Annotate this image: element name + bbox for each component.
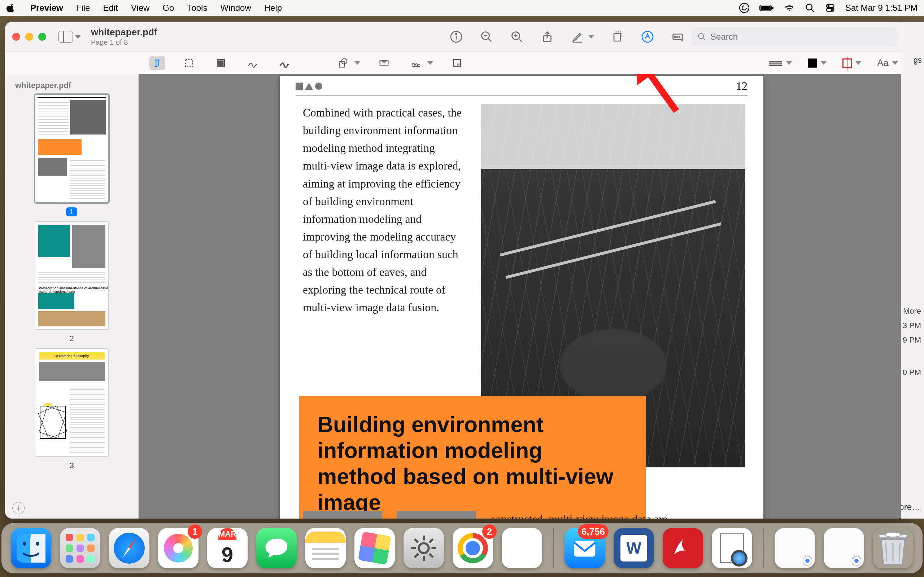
- document-canvas[interactable]: 12 Combined with practical cases, the bu…: [139, 74, 905, 519]
- dock-minimized-window-2[interactable]: [824, 528, 864, 568]
- svg-point-7: [827, 5, 829, 7]
- note-tool[interactable]: [449, 56, 465, 70]
- rotate-button[interactable]: [610, 29, 624, 44]
- thumbnail-page-2[interactable]: Preservation and inheritance of architec…: [35, 221, 109, 343]
- redact-tool[interactable]: [213, 56, 229, 70]
- window-minimize-button[interactable]: [25, 33, 33, 41]
- signature-icon: [408, 56, 424, 70]
- dock-notes[interactable]: [305, 528, 346, 568]
- dock-trash[interactable]: [873, 528, 913, 568]
- text-box-tool[interactable]: [376, 56, 392, 70]
- chevron-down-icon: [427, 61, 433, 65]
- secondary-photo-1: [303, 511, 382, 519]
- thumb3-caption: Geometric Philosophy: [39, 352, 105, 359]
- chevron-down-icon: [892, 61, 898, 65]
- control-center-icon[interactable]: [825, 3, 835, 13]
- svg-rect-3: [772, 7, 774, 9]
- border-style-menu[interactable]: [768, 60, 792, 66]
- menu-help[interactable]: Help: [258, 3, 288, 13]
- svg-point-27: [679, 36, 680, 37]
- menu-file[interactable]: File: [69, 3, 97, 13]
- zoom-in-button[interactable]: [510, 29, 524, 44]
- menu-edit[interactable]: Edit: [96, 3, 124, 13]
- dock-zoom[interactable]: zoom: [502, 528, 542, 568]
- sidebar-view-menu[interactable]: [58, 31, 81, 43]
- sketch-tool[interactable]: [245, 56, 261, 70]
- add-page-button[interactable]: +: [12, 502, 24, 514]
- dock-acrobat[interactable]: [663, 528, 703, 568]
- svg-point-0: [740, 3, 749, 13]
- chevron-down-icon: [75, 35, 81, 39]
- dock-preview[interactable]: [712, 528, 752, 568]
- inspector-button[interactable]: [449, 29, 464, 44]
- dock-launchpad[interactable]: [60, 528, 100, 568]
- dock-finder[interactable]: [11, 528, 51, 568]
- sign-menu[interactable]: [408, 56, 433, 70]
- rect-selection-tool[interactable]: [181, 56, 197, 70]
- thumbnail-page-1[interactable]: 1: [35, 95, 109, 216]
- markup-toggle-button[interactable]: [640, 29, 655, 44]
- search-icon: [697, 32, 706, 41]
- window-zoom-button[interactable]: [38, 33, 46, 41]
- fill-color-menu[interactable]: [808, 58, 827, 68]
- footer-more[interactable]: More…: [901, 502, 921, 512]
- apple-menu-icon[interactable]: [6, 3, 16, 13]
- highlight-menu[interactable]: [570, 29, 594, 44]
- document-title-block: whitepaper.pdf Page 1 of 8: [91, 27, 157, 46]
- background-window-strip: gs More 3 PM 9 PM 0 PM Markup More…: [901, 22, 924, 519]
- dock-separator: [763, 528, 764, 568]
- dock-mail[interactable]: 6,756: [564, 528, 605, 568]
- svg-point-9: [831, 9, 833, 11]
- headline-callout: Building environment information modelin…: [299, 396, 646, 519]
- draw-tool[interactable]: [276, 56, 292, 70]
- dock-photos[interactable]: 1: [158, 528, 199, 568]
- dock-chrome[interactable]: 2: [452, 528, 493, 568]
- battery-icon[interactable]: [759, 4, 774, 12]
- document-filename: whitepaper.pdf: [91, 27, 157, 37]
- markup-toolbar: Aa: [5, 52, 905, 74]
- svg-line-53: [430, 539, 433, 543]
- thumbnail-number: 3: [35, 461, 109, 470]
- text-style-menu[interactable]: Aa: [877, 57, 898, 69]
- svg-line-52: [430, 554, 433, 558]
- dock-system-settings[interactable]: [404, 528, 444, 568]
- zoom-out-button[interactable]: [479, 29, 494, 44]
- dock-safari[interactable]: [109, 528, 149, 568]
- spotlight-icon[interactable]: [805, 3, 815, 13]
- menu-tools[interactable]: Tools: [181, 3, 214, 13]
- svg-point-59: [855, 559, 859, 563]
- menu-window[interactable]: Window: [214, 3, 257, 13]
- search-input[interactable]: [710, 32, 892, 42]
- dock-freeform[interactable]: [354, 528, 395, 568]
- form-fill-button[interactable]: [670, 29, 685, 44]
- window-close-button[interactable]: [12, 33, 20, 41]
- svg-line-14: [488, 38, 492, 42]
- stroke-swatch: [842, 58, 852, 68]
- text-selection-tool[interactable]: [149, 56, 165, 70]
- svg-point-44: [23, 542, 26, 546]
- dock-messages[interactable]: [256, 528, 297, 568]
- menubar-clock[interactable]: Sat Mar 9 1:51 PM: [845, 3, 918, 13]
- truncated-row: More: [903, 306, 921, 316]
- dock-minimized-window-1[interactable]: [775, 528, 815, 568]
- share-button[interactable]: [540, 29, 554, 44]
- secondary-photo-2: [397, 511, 476, 519]
- menu-view[interactable]: View: [124, 3, 156, 13]
- shapes-menu[interactable]: [335, 56, 360, 70]
- dock-word[interactable]: W: [614, 528, 654, 568]
- shapes-icon: [335, 56, 351, 70]
- dock-calendar[interactable]: MAR9: [207, 528, 247, 568]
- app-menu[interactable]: Preview: [24, 3, 69, 13]
- chevron-down-icon: [786, 61, 792, 65]
- zoom-label: zoom: [501, 539, 543, 557]
- highlight-icon: [570, 29, 585, 44]
- search-field[interactable]: [691, 27, 897, 46]
- grammarly-icon[interactable]: [739, 3, 749, 13]
- svg-point-4: [806, 4, 812, 10]
- menu-go[interactable]: Go: [156, 3, 181, 13]
- wifi-icon[interactable]: [784, 3, 795, 12]
- svg-point-25: [675, 36, 676, 37]
- svg-point-35: [341, 58, 347, 64]
- thumbnail-page-3[interactable]: Geometric Philosophy 3: [35, 348, 109, 470]
- stroke-color-menu[interactable]: [842, 58, 861, 68]
